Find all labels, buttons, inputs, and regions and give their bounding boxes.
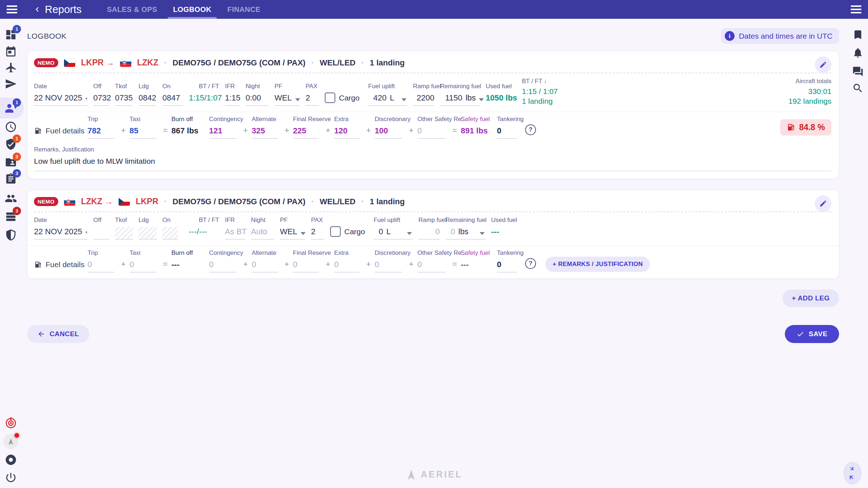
edit-leg-button[interactable] <box>815 56 831 73</box>
fuel-trip[interactable]: Trip 0 <box>88 249 120 273</box>
fuel-tankering[interactable]: Tankering 0 <box>497 116 523 139</box>
field-pf-select[interactable]: PF WEL <box>275 83 306 106</box>
fuel-extra[interactable]: Extra 0 <box>334 249 365 273</box>
plus-sign: + <box>325 260 334 273</box>
field-date[interactable]: Date 22 NOV 2025 <box>34 83 93 106</box>
field-night[interactable]: Night Auto <box>251 217 280 240</box>
back-chevron-icon[interactable] <box>33 5 42 14</box>
fuel-extra[interactable]: Extra 120 <box>334 116 365 139</box>
fuel-final-reserve[interactable]: Final Reserve 225 <box>293 116 325 139</box>
tab-sales-ops[interactable]: SALES & OPS <box>99 0 165 19</box>
field-label: Ramp fuel <box>413 83 440 90</box>
field-fuel-uplift[interactable]: Fuel uplift 0L <box>374 217 418 240</box>
sidebar-item-calendar[interactable] <box>5 45 17 57</box>
calendar-icon <box>85 228 88 237</box>
fuel-taxi[interactable]: Taxi 0 <box>129 249 162 273</box>
sidebar-item-compliance[interactable]: 1 <box>5 138 17 150</box>
field-night[interactable]: Night 0:00 <box>246 83 275 106</box>
field-value: 420 <box>373 93 387 103</box>
crew-codes: WEL/LED <box>320 197 356 206</box>
field-value: 0 <box>451 227 455 236</box>
fuel-trip[interactable]: Trip 782 <box>88 116 120 139</box>
sidebar-item-security[interactable] <box>5 229 17 241</box>
field-fuel-uplift[interactable]: Fuel uplift 420L <box>368 83 413 106</box>
fuel-tankering[interactable]: Tankering 0 <box>497 249 523 273</box>
search-icon[interactable] <box>852 82 864 94</box>
fuel-taxi[interactable]: Taxi 85 <box>129 116 162 139</box>
field-label: Aircraft totals <box>788 78 831 85</box>
fuel-other-safety[interactable]: Other Safety Re... 0 <box>417 116 451 139</box>
field-pf-select[interactable]: PF WEL <box>280 217 311 240</box>
power-icon[interactable] <box>5 471 17 484</box>
field-label: Ramp fuel <box>418 217 446 224</box>
equals-sign: = <box>162 126 171 139</box>
fuel-discretionary[interactable]: Discretionary 0 <box>375 249 408 273</box>
cargo-checkbox[interactable] <box>330 226 341 237</box>
fuel-final-reserve[interactable]: Final Reserve 0 <box>293 249 325 273</box>
field-pax[interactable]: PAX 2 <box>306 83 325 106</box>
emergency-beacon-icon[interactable] <box>5 416 17 429</box>
nav-app-logo[interactable] <box>3 434 18 449</box>
flag-slovak-icon <box>120 59 131 67</box>
helm-wheel-icon[interactable] <box>5 454 17 466</box>
sidebar-item-flights[interactable] <box>5 62 17 74</box>
field-remaining-fuel[interactable]: Remaining fuel 1150lbs <box>440 83 486 106</box>
plus-sign: + <box>120 126 129 139</box>
help-icon[interactable]: ? <box>525 124 536 135</box>
nemo-badge: NEMO <box>34 197 58 206</box>
plane-up-icon: ✈ <box>848 465 856 473</box>
field-pax[interactable]: PAX 2 <box>311 217 330 240</box>
field-ifr[interactable]: IFR 1:15 <box>225 83 246 106</box>
fuel-alternate[interactable]: Alternate 325 <box>252 116 284 139</box>
field-ldg[interactable]: Ldg 0842 <box>139 83 162 106</box>
chat-icon[interactable] <box>852 66 864 77</box>
field-ramp-fuel[interactable]: Ramp fuel 0 <box>418 217 446 240</box>
fuel-other-safety[interactable]: Other Safety Re... 0 <box>417 249 451 273</box>
sidebar-item-duty-times[interactable] <box>5 121 17 133</box>
info-icon: i <box>725 31 735 41</box>
fuel-alternate[interactable]: Alternate 0 <box>252 249 284 273</box>
field-ldg: Ldg <box>139 217 162 240</box>
field-date[interactable]: Date 22 NOV 2025 <box>34 217 93 240</box>
field-label: Fuel uplift <box>368 83 413 90</box>
sidebar-item-personnel-files[interactable]: 3 <box>5 156 17 168</box>
unit-label: lbs <box>465 93 476 103</box>
tab-finance[interactable]: FINANCE <box>220 0 269 19</box>
field-value: 0847 <box>162 93 180 103</box>
save-button[interactable]: SAVE <box>785 325 839 343</box>
right-menu-icon[interactable] <box>851 5 861 13</box>
sidebar-item-aircraft[interactable] <box>5 78 17 90</box>
field-ramp-fuel[interactable]: Ramp fuel 2200 <box>413 83 440 106</box>
remarks-value[interactable]: Low fuel uplift due to MLW limitation <box>34 157 831 171</box>
field-tkof[interactable]: Tkof 0735 <box>115 83 139 106</box>
field-on[interactable]: On 0847 <box>162 83 189 106</box>
notifications-bell-icon[interactable] <box>852 47 864 59</box>
flight-swap-fab[interactable]: ✈ ✈ <box>843 462 861 484</box>
field-label: PAX <box>311 217 330 224</box>
edit-leg-button[interactable] <box>815 195 831 212</box>
fuel-contingency[interactable]: Contingency 0 <box>209 249 242 273</box>
bookmark-icon[interactable] <box>852 29 864 40</box>
help-icon[interactable]: ? <box>525 258 536 269</box>
fuel-discretionary[interactable]: Discretionary 100 <box>375 116 408 139</box>
sidebar-item-crew[interactable]: 1 <box>5 102 17 114</box>
field-ifr[interactable]: IFR As BT <box>225 217 251 240</box>
sidebar-item-dashboard[interactable]: 1 <box>5 29 17 41</box>
menu-icon[interactable] <box>7 5 17 13</box>
field-label: Remaining fuel <box>440 83 486 90</box>
add-leg-button[interactable]: + ADD LEG <box>782 290 839 307</box>
sidebar-item-servers[interactable]: 3 <box>5 210 17 223</box>
cancel-button[interactable]: CANCEL <box>27 325 89 343</box>
leg-fields-row: Date 22 NOV 2025 Off 0732 Tkof 0735 Ldg … <box>27 73 839 112</box>
field-off[interactable]: Off 0732 <box>93 83 115 106</box>
remarks-section[interactable]: Remarks, Justification Low fuel uplift d… <box>27 145 839 179</box>
separator-dot: · <box>361 58 364 68</box>
sidebar-item-users[interactable] <box>5 192 17 205</box>
field-remaining-fuel[interactable]: Remaining fuel 0lbs <box>446 217 491 240</box>
sidebar-item-tasks[interactable]: 3 <box>5 173 17 185</box>
tab-logbook[interactable]: LOGBOOK <box>165 0 219 19</box>
add-remarks-button[interactable]: + REMARKS / JUSTIFICATION <box>545 257 650 272</box>
fuel-contingency[interactable]: Contingency 121 <box>209 116 242 139</box>
field-off[interactable]: Off <box>93 217 115 240</box>
cargo-checkbox[interactable] <box>325 93 335 103</box>
